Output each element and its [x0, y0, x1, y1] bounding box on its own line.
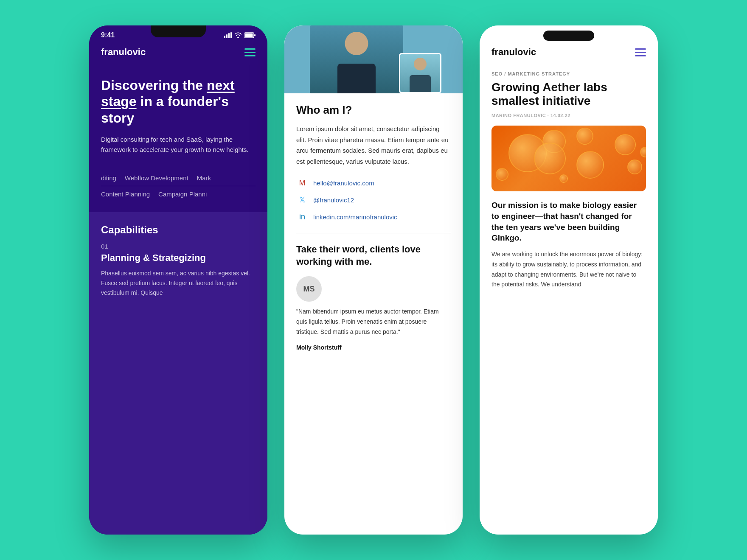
phone-2: Who am I? Lorem ipsum dolor sit amet, co… — [284, 25, 463, 535]
brand-name: franulovic — [101, 47, 146, 58]
section-divider — [296, 233, 451, 233]
phone-3-content: SEO / MARKETING STRATEGY Growing Aether … — [480, 64, 658, 535]
email-text: hello@franulovic.com — [313, 179, 374, 187]
svg-rect-2 — [228, 33, 230, 38]
service-campaign-planning[interactable]: Campaign Planni — [158, 190, 207, 198]
status-time: 9:41 — [101, 31, 115, 39]
bubble-4 — [576, 128, 593, 145]
phone-3-brand: franulovic — [491, 47, 536, 58]
phone-3-screen: franulovic SEO / MARKETING STRATEGY Grow… — [480, 25, 658, 535]
nav-bar: franulovic — [89, 42, 267, 64]
person-silhouette-secondary — [400, 54, 440, 92]
services-row-2: Content Planning Campaign Planni — [89, 188, 267, 200]
cap-item-title: Planning & Strategizing — [101, 252, 256, 263]
phone-1: 9:41 — [89, 25, 267, 535]
person-head-2 — [414, 58, 427, 70]
linkedin-contact[interactable]: in linkedin.com/marinofranulovic — [296, 211, 451, 223]
twitter-text: @franulovic12 — [313, 196, 354, 204]
service-mark[interactable]: Mark — [197, 174, 211, 182]
linkedin-text: linkedin.com/marinofranulovic — [313, 213, 397, 221]
signal-icon — [224, 32, 232, 38]
service-content-planning[interactable]: Content Planning — [101, 190, 150, 198]
svg-rect-5 — [245, 34, 253, 37]
who-am-i-body: Lorem ipsum dolor sit amet, consectetur … — [296, 123, 451, 167]
capabilities-title: Capabilities — [101, 224, 256, 236]
service-editing[interactable]: diting — [101, 174, 116, 182]
testimonial-author: Molly Shortstuff — [296, 344, 451, 351]
services-row-1: diting Webflow Development Mark — [89, 172, 267, 184]
services-divider — [101, 186, 256, 186]
article-body-text: We are working to unlock the enormous po… — [491, 249, 646, 290]
phone-3-hamburger-line-3 — [635, 55, 646, 56]
hamburger-button[interactable] — [244, 48, 256, 56]
hero-section: Discovering the next stage in a founder'… — [89, 64, 267, 165]
wifi-icon — [234, 32, 242, 38]
linkedin-icon: in — [296, 211, 308, 223]
testimonial-title: Take their word, clients love working wi… — [296, 244, 451, 268]
article-image — [491, 126, 646, 191]
article-category: SEO / MARKETING STRATEGY — [491, 71, 646, 76]
phone-3-notch-bar — [480, 25, 658, 42]
cap-item-body: Phasellus euismod sem sem, ac varius nib… — [101, 269, 256, 298]
bubble-9 — [496, 168, 508, 181]
testimonial-card: MS "Nam bibendum ipsum eu metus auctor t… — [296, 276, 451, 350]
svg-rect-6 — [254, 34, 256, 36]
phone-3-nav: franulovic — [480, 42, 658, 64]
bubble-10 — [559, 174, 568, 183]
avatar-initials: MS — [303, 285, 315, 294]
bubble-5 — [576, 151, 604, 179]
bubble-3 — [534, 143, 566, 174]
person-body — [337, 64, 376, 93]
phone-1-screen: 9:41 — [89, 25, 267, 535]
twitter-contact[interactable]: 𝕏 @franulovic12 — [296, 194, 451, 206]
profile-img-secondary — [399, 53, 441, 93]
article-title: Growing Aether labs smallest initiative — [491, 81, 646, 108]
hero-title: Discovering the next stage in a founder'… — [101, 77, 256, 126]
phone-notch — [151, 25, 206, 37]
bubble-7 — [627, 160, 642, 174]
email-icon: M — [296, 177, 308, 189]
svg-rect-1 — [226, 34, 227, 38]
person-body-2 — [410, 75, 431, 92]
article-meta: MARINO FRANULOVIC · 14.02.22 — [491, 113, 646, 118]
capabilities-section: Capabilities 01 Planning & Strategizing … — [89, 212, 267, 535]
status-icons — [224, 32, 256, 38]
profile-img-main — [310, 25, 403, 93]
hero-subtitle: Digital consulting for tech and SaaS, la… — [101, 134, 256, 155]
cap-number: 01 — [101, 243, 256, 250]
phone-3-hamburger-line-2 — [635, 52, 646, 53]
testimonial-text: "Nam bibendum ipsum eu metus auctor temp… — [296, 307, 451, 337]
phone-3-hamburger-line-1 — [635, 48, 646, 50]
bubble-6 — [615, 134, 636, 155]
avatar-ms: MS — [296, 276, 322, 302]
svg-rect-0 — [224, 36, 225, 38]
phone-3-hamburger-button[interactable] — [635, 48, 646, 56]
phone-2-screen: Who am I? Lorem ipsum dolor sit amet, co… — [284, 25, 463, 535]
email-contact[interactable]: M hello@franulovic.com — [296, 177, 451, 189]
person-silhouette-main — [310, 25, 403, 93]
service-webflow[interactable]: Webflow Development — [125, 174, 188, 182]
who-am-i-title: Who am I? — [296, 104, 451, 117]
phone-3-notch-pill — [543, 31, 594, 41]
hamburger-line-2 — [244, 52, 256, 53]
services-scroll: diting Webflow Development Mark Content … — [89, 165, 267, 207]
profile-images — [284, 25, 463, 93]
battery-icon — [244, 32, 256, 38]
svg-rect-3 — [230, 32, 232, 38]
hero-title-part1: Discovering the — [101, 78, 207, 93]
article-body-title: Our mission is to make biology easier to… — [491, 200, 646, 244]
hamburger-line-3 — [244, 55, 256, 56]
bubble-8 — [640, 147, 646, 157]
person-head — [345, 32, 368, 55]
phone-2-content: Who am I? Lorem ipsum dolor sit amet, co… — [284, 93, 463, 535]
twitter-icon: 𝕏 — [296, 194, 308, 206]
hamburger-line-1 — [244, 48, 256, 50]
phone-3: franulovic SEO / MARKETING STRATEGY Grow… — [480, 25, 658, 535]
